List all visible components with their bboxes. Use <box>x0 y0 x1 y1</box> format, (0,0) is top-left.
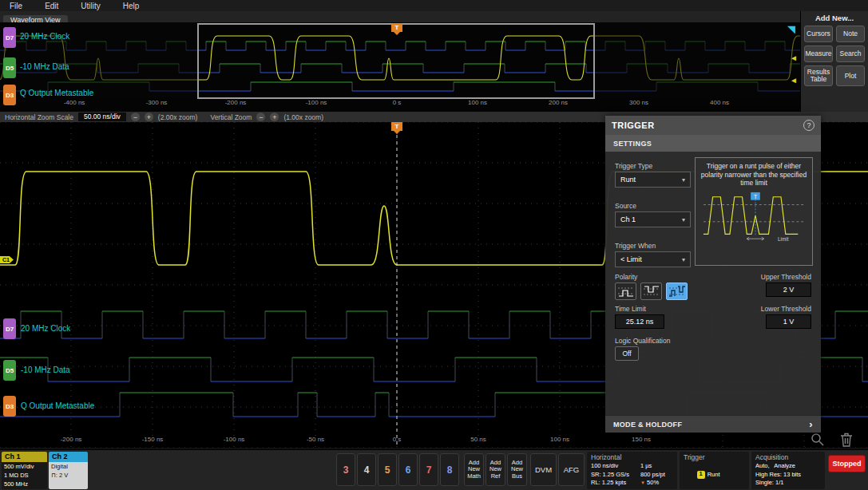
menu-edit[interactable]: Edit <box>45 2 58 10</box>
measure-button[interactable]: Measure <box>804 45 833 62</box>
overview-time-label: 300 ns <box>629 99 648 106</box>
add-new-bus-button[interactable]: AddNewBus <box>507 453 527 486</box>
logic-qualification-off-button[interactable]: Off <box>615 346 639 361</box>
channel-badge-d5[interactable]: D5 <box>3 57 16 78</box>
overview-dim-right <box>595 22 800 97</box>
lower-threshold-field[interactable]: 1 V <box>766 314 811 329</box>
plot-button[interactable]: Plot <box>836 65 865 86</box>
trigger-when-select[interactable]: < Limit ▾ <box>615 251 691 267</box>
overview-waveform-strip[interactable]: T D7 20 MHz Clock D5 -10 MHz Data D3 Q O… <box>0 22 800 112</box>
tab-settings[interactable]: SETTINGS <box>605 135 821 152</box>
source-label: Source <box>615 202 636 210</box>
dvm-button[interactable]: DVM <box>530 453 557 486</box>
horizontal-title: Horizontal <box>591 453 673 461</box>
mode-holdoff-label: MODE & HOLDOFF <box>613 421 682 429</box>
source-value: Ch 1 <box>620 215 636 223</box>
add-new-title: Add New... <box>801 14 868 22</box>
channel-position-marker-icon[interactable]: ◄ <box>790 54 798 62</box>
channel-label-d3: Q Output Metastable <box>20 89 93 97</box>
main-time-label: -200 ns <box>61 436 82 443</box>
horizontal-zoom-label: Horizontal Zoom Scale <box>5 113 73 121</box>
polarity-negative-button[interactable] <box>640 283 662 300</box>
horizontal-sample-rate: SR: 1.25 GS/s <box>591 471 640 480</box>
v-zoom-minus-button[interactable]: − <box>256 113 265 121</box>
acquisition-status-card[interactable]: Acquisition Auto, Analyze High Res: 13 b… <box>751 452 825 489</box>
search-button[interactable]: Search <box>836 45 865 62</box>
trigger-type-select[interactable]: Runt ▾ <box>615 172 691 188</box>
horizontal-status-card[interactable]: Horizontal 100 ns/div 1 µs SR: 1.25 GS/s… <box>587 452 677 489</box>
main-time-label: 50 ns <box>470 436 486 443</box>
v-zoom-plus-button[interactable]: + <box>270 113 279 121</box>
trigger-when-label: Trigger When <box>615 242 656 250</box>
negative-runt-icon <box>643 285 660 298</box>
mode-holdoff-section[interactable]: MODE & HOLDOFF › <box>605 415 821 433</box>
upper-threshold-field[interactable]: 2 V <box>766 283 811 297</box>
add-new-ref-button[interactable]: AddNewRef <box>486 453 505 486</box>
horizontal-scale: 100 ns/div <box>591 462 640 471</box>
trigger-level-indicator-icon[interactable]: ◥ <box>787 24 795 34</box>
chevron-down-icon: ▾ <box>682 176 685 184</box>
time-limit-field[interactable]: 25.12 ns <box>615 314 664 329</box>
ch2-threshold: : 2 V <box>56 472 68 479</box>
afg-button[interactable]: AFG <box>558 453 585 486</box>
note-button[interactable]: Note <box>836 26 865 42</box>
main-time-label: -50 ns <box>307 436 324 443</box>
trash-icon[interactable] <box>837 430 856 448</box>
trigger-panel-title: TRIGGER <box>612 121 655 130</box>
trigger-position-flag-overview[interactable]: T <box>391 23 402 32</box>
channel-4-button[interactable]: 4 <box>357 453 376 486</box>
h-zoom-minus-button[interactable]: − <box>131 113 140 121</box>
channel-badge-d7[interactable]: D7 <box>3 27 16 48</box>
overview-time-label: -200 ns <box>225 99 247 106</box>
zoom-magnifier-icon[interactable] <box>810 432 826 448</box>
vertical-zoom-label: Vertical Zoom <box>210 113 252 121</box>
channel-badge-d5[interactable]: D5 <box>3 360 16 381</box>
svg-text:Limit: Limit <box>778 236 789 242</box>
trigger-source-badge: 1 <box>697 471 705 479</box>
either-runt-icon <box>668 285 686 298</box>
oscilloscope-screen: File Edit Utility Help Waveform View T D… <box>0 0 868 490</box>
channel-6-button[interactable]: 6 <box>398 453 418 486</box>
trigger-description-text: Trigger on a runt pulse of either polari… <box>700 162 807 188</box>
horizontal-position: 50% <box>647 479 659 486</box>
polarity-either-button[interactable] <box>666 283 688 300</box>
menu-help[interactable]: Help <box>123 2 140 10</box>
trigger-type-label: Trigger Type <box>615 162 652 170</box>
h-zoom-factor: (2.00x zoom) <box>158 113 198 121</box>
source-select[interactable]: Ch 1 ▾ <box>615 211 691 227</box>
time-limit-label: Time Limit <box>615 305 646 313</box>
ch2-status-card[interactable]: Ch 2 Digital ⊓: 2 V <box>49 452 88 489</box>
ch1-impedance: 1 MΩ DS <box>4 472 45 480</box>
polarity-positive-button[interactable] <box>615 283 636 300</box>
menu-utility[interactable]: Utility <box>81 2 100 10</box>
h-zoom-plus-button[interactable]: + <box>145 113 153 121</box>
results-table-button[interactable]: Results Table <box>804 65 833 86</box>
menu-file[interactable]: File <box>10 2 22 10</box>
ch1-badge: Ch 1 <box>2 452 47 462</box>
channel-badge-d3[interactable]: D3 <box>3 85 16 105</box>
channel-3-button[interactable]: 3 <box>336 453 355 486</box>
logic-qualification-label: Logic Qualification <box>615 337 670 345</box>
horizontal-record-length: RL: 1.25 kpts <box>591 479 640 488</box>
horizontal-zoom-value[interactable]: 50.00 ns/div <box>78 113 126 121</box>
main-time-label: 100 ns <box>550 436 569 443</box>
trigger-status-card[interactable]: Trigger 1Runt ⊓: < 25.12 ns U: 2 V L: 1 … <box>680 452 749 489</box>
trigger-position-flag[interactable]: T <box>391 122 402 131</box>
cursors-button[interactable]: Cursors <box>804 26 833 42</box>
channel-position-marker-icon[interactable]: ◄ <box>790 77 798 85</box>
help-icon[interactable]: ? <box>803 120 814 131</box>
acquisition-title: Acquisition <box>755 453 821 461</box>
channel-5-button[interactable]: 5 <box>378 453 397 486</box>
channel-8-button[interactable]: 8 <box>440 453 459 486</box>
channel-badge-d7[interactable]: D7 <box>3 318 16 339</box>
upper-threshold-label: Upper Threshold <box>723 273 811 281</box>
tab-row: Waveform View <box>0 11 800 22</box>
add-new-math-button[interactable]: AddNewMath <box>464 453 484 486</box>
ch2-mode: Digital <box>51 463 85 472</box>
acquisition-detail: High Res: 13 bits <box>755 471 821 480</box>
channel-badge-d3[interactable]: D3 <box>3 396 16 417</box>
stopped-button[interactable]: Stopped <box>828 455 866 472</box>
channel-7-button[interactable]: 7 <box>419 453 438 486</box>
polarity-label: Polarity <box>615 273 637 281</box>
ch1-status-card[interactable]: Ch 1 500 mV/div 1 MΩ DS 500 MHz <box>2 452 47 489</box>
